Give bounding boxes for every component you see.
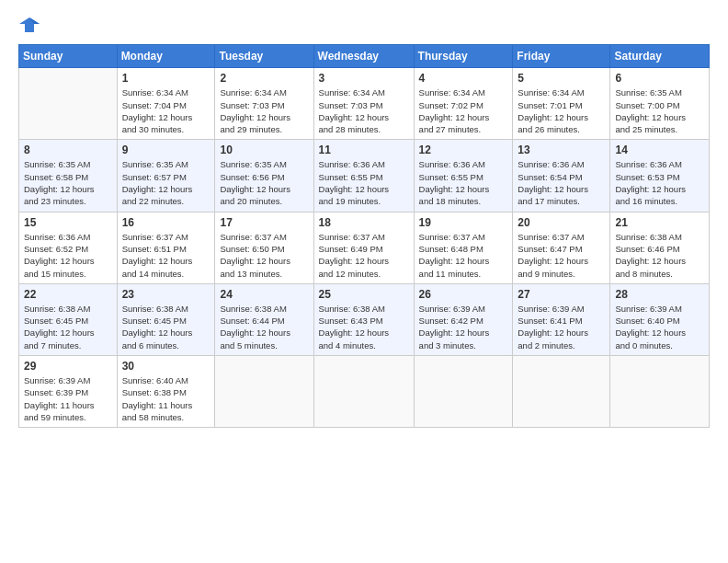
logo-text bbox=[18, 15, 40, 35]
day-number: 22 bbox=[24, 288, 112, 301]
calendar-week-3: 15Sunrise: 6:36 AMSunset: 6:52 PMDayligh… bbox=[19, 212, 710, 283]
day-info: Sunrise: 6:36 AMSunset: 6:54 PMDaylight:… bbox=[518, 159, 588, 206]
day-info: Sunrise: 6:38 AMSunset: 6:45 PMDaylight:… bbox=[122, 304, 193, 350]
calendar-cell: 17Sunrise: 6:37 AMSunset: 6:50 PMDayligh… bbox=[215, 212, 313, 283]
day-info: Sunrise: 6:35 AMSunset: 6:57 PMDaylight:… bbox=[122, 159, 193, 206]
day-number: 27 bbox=[518, 288, 605, 301]
calendar-cell bbox=[313, 356, 414, 428]
calendar-cell: 8Sunrise: 6:35 AMSunset: 6:58 PMDaylight… bbox=[19, 140, 118, 212]
page: SundayMondayTuesdayWednesdayThursdayFrid… bbox=[0, 0, 728, 563]
calendar-cell: 13Sunrise: 6:36 AMSunset: 6:54 PMDayligh… bbox=[513, 140, 610, 212]
day-info: Sunrise: 6:39 AMSunset: 6:42 PMDaylight:… bbox=[419, 304, 490, 350]
calendar-cell bbox=[610, 356, 710, 428]
day-info: Sunrise: 6:38 AMSunset: 6:45 PMDaylight:… bbox=[24, 304, 95, 350]
calendar-header-saturday: Saturday bbox=[610, 45, 710, 68]
calendar-cell: 28Sunrise: 6:39 AMSunset: 6:40 PMDayligh… bbox=[610, 283, 710, 355]
day-info: Sunrise: 6:40 AMSunset: 6:38 PMDaylight:… bbox=[122, 375, 193, 422]
calendar-cell: 14Sunrise: 6:36 AMSunset: 6:53 PMDayligh… bbox=[610, 140, 710, 212]
calendar-cell bbox=[414, 356, 513, 428]
day-info: Sunrise: 6:36 AMSunset: 6:55 PMDaylight:… bbox=[319, 159, 390, 206]
day-info: Sunrise: 6:39 AMSunset: 6:40 PMDaylight:… bbox=[615, 304, 686, 350]
calendar-cell: 16Sunrise: 6:37 AMSunset: 6:51 PMDayligh… bbox=[117, 212, 215, 283]
calendar-cell: 5Sunrise: 6:34 AMSunset: 7:01 PMDaylight… bbox=[513, 68, 610, 140]
day-number: 12 bbox=[419, 144, 508, 156]
calendar-cell: 20Sunrise: 6:37 AMSunset: 6:47 PMDayligh… bbox=[513, 212, 610, 283]
day-info: Sunrise: 6:37 AMSunset: 6:48 PMDaylight:… bbox=[419, 232, 490, 279]
day-number: 10 bbox=[220, 144, 308, 156]
calendar-header-tuesday: Tuesday bbox=[215, 45, 313, 68]
day-info: Sunrise: 6:35 AMSunset: 6:56 PMDaylight:… bbox=[220, 159, 290, 206]
day-number: 16 bbox=[122, 216, 210, 229]
calendar-cell: 2Sunrise: 6:34 AMSunset: 7:03 PMDaylight… bbox=[215, 68, 313, 140]
day-number: 6 bbox=[615, 72, 704, 85]
day-info: Sunrise: 6:35 AMSunset: 6:58 PMDaylight:… bbox=[24, 159, 95, 206]
day-number: 18 bbox=[319, 216, 409, 229]
calendar-cell: 26Sunrise: 6:39 AMSunset: 6:42 PMDayligh… bbox=[414, 283, 513, 355]
calendar-week-1: 1Sunrise: 6:34 AMSunset: 7:04 PMDaylight… bbox=[19, 68, 710, 140]
calendar-cell bbox=[19, 68, 118, 140]
calendar-cell: 24Sunrise: 6:38 AMSunset: 6:44 PMDayligh… bbox=[215, 283, 313, 355]
calendar-header-thursday: Thursday bbox=[414, 45, 513, 68]
calendar-cell: 30Sunrise: 6:40 AMSunset: 6:38 PMDayligh… bbox=[117, 356, 215, 428]
calendar-cell: 6Sunrise: 6:35 AMSunset: 7:00 PMDaylight… bbox=[610, 68, 710, 140]
day-number: 8 bbox=[24, 144, 112, 156]
day-number: 2 bbox=[220, 72, 308, 85]
day-number: 14 bbox=[615, 144, 704, 156]
day-number: 5 bbox=[518, 72, 605, 85]
day-number: 21 bbox=[615, 216, 704, 229]
day-info: Sunrise: 6:34 AMSunset: 7:02 PMDaylight:… bbox=[419, 87, 490, 134]
day-info: Sunrise: 6:34 AMSunset: 7:03 PMDaylight:… bbox=[319, 87, 390, 134]
day-info: Sunrise: 6:35 AMSunset: 7:00 PMDaylight:… bbox=[615, 87, 686, 134]
calendar-cell: 18Sunrise: 6:37 AMSunset: 6:49 PMDayligh… bbox=[313, 212, 414, 283]
calendar-header-wednesday: Wednesday bbox=[313, 45, 414, 68]
calendar-cell bbox=[215, 356, 313, 428]
day-info: Sunrise: 6:34 AMSunset: 7:04 PMDaylight:… bbox=[122, 87, 193, 134]
day-number: 17 bbox=[220, 216, 308, 229]
day-info: Sunrise: 6:37 AMSunset: 6:47 PMDaylight:… bbox=[518, 232, 588, 279]
calendar-header-sunday: Sunday bbox=[19, 45, 118, 68]
calendar-week-5: 29Sunrise: 6:39 AMSunset: 6:39 PMDayligh… bbox=[19, 356, 710, 428]
calendar-cell: 11Sunrise: 6:36 AMSunset: 6:55 PMDayligh… bbox=[313, 140, 414, 212]
calendar-table: SundayMondayTuesdayWednesdayThursdayFrid… bbox=[18, 44, 710, 428]
calendar-header-monday: Monday bbox=[117, 45, 215, 68]
day-info: Sunrise: 6:38 AMSunset: 6:44 PMDaylight:… bbox=[220, 304, 290, 350]
logo-bird-icon bbox=[19, 15, 40, 35]
day-number: 26 bbox=[419, 288, 508, 301]
calendar-cell: 22Sunrise: 6:38 AMSunset: 6:45 PMDayligh… bbox=[19, 283, 118, 355]
day-number: 23 bbox=[122, 288, 210, 301]
calendar-week-2: 8Sunrise: 6:35 AMSunset: 6:58 PMDaylight… bbox=[19, 140, 710, 212]
calendar-cell: 4Sunrise: 6:34 AMSunset: 7:02 PMDaylight… bbox=[414, 68, 513, 140]
day-number: 1 bbox=[122, 72, 210, 85]
day-info: Sunrise: 6:36 AMSunset: 6:53 PMDaylight:… bbox=[615, 159, 686, 206]
calendar-cell bbox=[513, 356, 610, 428]
logo bbox=[18, 15, 38, 35]
calendar-header-row: SundayMondayTuesdayWednesdayThursdayFrid… bbox=[19, 45, 710, 68]
day-info: Sunrise: 6:37 AMSunset: 6:51 PMDaylight:… bbox=[122, 232, 193, 279]
day-info: Sunrise: 6:37 AMSunset: 6:49 PMDaylight:… bbox=[319, 232, 390, 279]
day-info: Sunrise: 6:38 AMSunset: 6:46 PMDaylight:… bbox=[615, 232, 686, 279]
calendar-cell: 23Sunrise: 6:38 AMSunset: 6:45 PMDayligh… bbox=[117, 283, 215, 355]
calendar-cell: 29Sunrise: 6:39 AMSunset: 6:39 PMDayligh… bbox=[19, 356, 118, 428]
calendar-cell: 19Sunrise: 6:37 AMSunset: 6:48 PMDayligh… bbox=[414, 212, 513, 283]
calendar-cell: 12Sunrise: 6:36 AMSunset: 6:55 PMDayligh… bbox=[414, 140, 513, 212]
day-number: 30 bbox=[122, 360, 210, 373]
day-number: 3 bbox=[319, 72, 409, 85]
calendar-cell: 15Sunrise: 6:36 AMSunset: 6:52 PMDayligh… bbox=[19, 212, 118, 283]
day-info: Sunrise: 6:34 AMSunset: 7:01 PMDaylight:… bbox=[518, 87, 588, 134]
day-info: Sunrise: 6:36 AMSunset: 6:52 PMDaylight:… bbox=[24, 232, 95, 279]
calendar-cell: 3Sunrise: 6:34 AMSunset: 7:03 PMDaylight… bbox=[313, 68, 414, 140]
day-number: 28 bbox=[615, 288, 704, 301]
header bbox=[18, 15, 710, 35]
day-number: 13 bbox=[518, 144, 605, 156]
day-number: 24 bbox=[220, 288, 308, 301]
day-number: 9 bbox=[122, 144, 210, 156]
day-number: 4 bbox=[419, 72, 508, 85]
calendar-header-friday: Friday bbox=[513, 45, 610, 68]
day-number: 25 bbox=[319, 288, 409, 301]
day-info: Sunrise: 6:39 AMSunset: 6:41 PMDaylight:… bbox=[518, 304, 588, 350]
calendar-cell: 10Sunrise: 6:35 AMSunset: 6:56 PMDayligh… bbox=[215, 140, 313, 212]
day-number: 11 bbox=[319, 144, 409, 156]
day-number: 29 bbox=[24, 360, 112, 373]
calendar-week-4: 22Sunrise: 6:38 AMSunset: 6:45 PMDayligh… bbox=[19, 283, 710, 355]
day-info: Sunrise: 6:34 AMSunset: 7:03 PMDaylight:… bbox=[220, 87, 290, 134]
